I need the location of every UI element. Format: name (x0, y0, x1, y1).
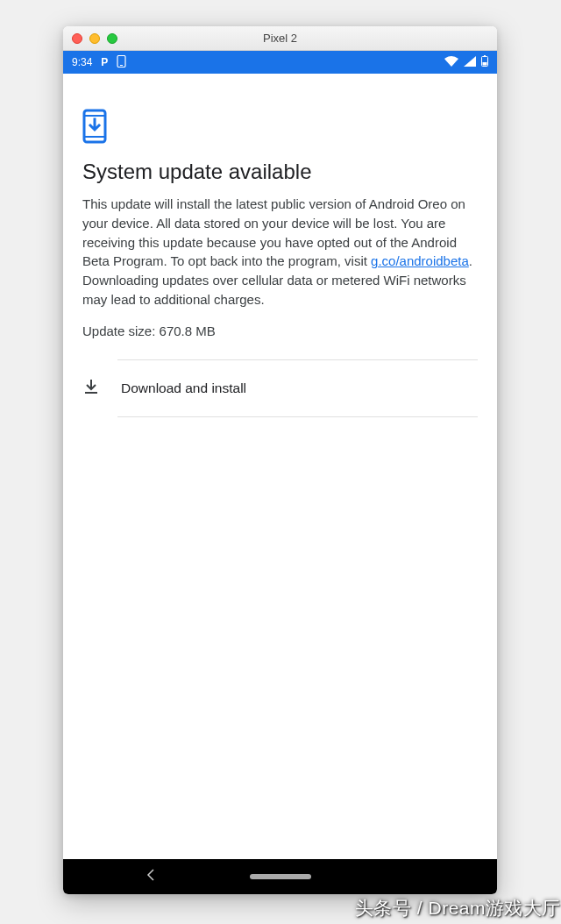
phone-screen: 9:34 P (63, 51, 497, 894)
phone-update-icon (117, 55, 126, 70)
page-title: System update available (82, 160, 478, 184)
update-content: System update available This update will… (63, 74, 497, 859)
window-title: Pixel 2 (63, 32, 497, 45)
home-pill[interactable] (250, 874, 311, 879)
svg-rect-8 (85, 392, 97, 394)
android-statusbar[interactable]: 9:34 P (63, 51, 497, 74)
wifi-icon (444, 56, 458, 69)
mac-titlebar[interactable]: Pixel 2 (63, 26, 497, 51)
emulator-window: Pixel 2 9:34 P (63, 26, 497, 894)
system-update-icon (82, 109, 107, 144)
cell-signal-icon (464, 56, 476, 69)
android-navbar (63, 859, 497, 894)
status-time: 9:34 (72, 56, 92, 68)
action-label: Download and install (121, 380, 246, 396)
watermark-text: 头条号 / Dream游戏大厅 (355, 896, 561, 920)
status-p-icon: P (101, 56, 108, 68)
svg-rect-1 (120, 65, 123, 66)
svg-rect-7 (84, 136, 105, 138)
battery-icon (481, 55, 488, 69)
update-size: Update size: 670.8 MB (82, 323, 478, 338)
download-icon (82, 378, 100, 399)
svg-rect-4 (483, 62, 487, 66)
update-description: This update will install the latest publ… (82, 195, 478, 309)
download-install-button[interactable]: Download and install (82, 360, 478, 416)
back-button[interactable] (146, 869, 155, 885)
beta-program-link[interactable]: g.co/androidbeta (371, 253, 469, 268)
svg-rect-6 (84, 115, 105, 117)
